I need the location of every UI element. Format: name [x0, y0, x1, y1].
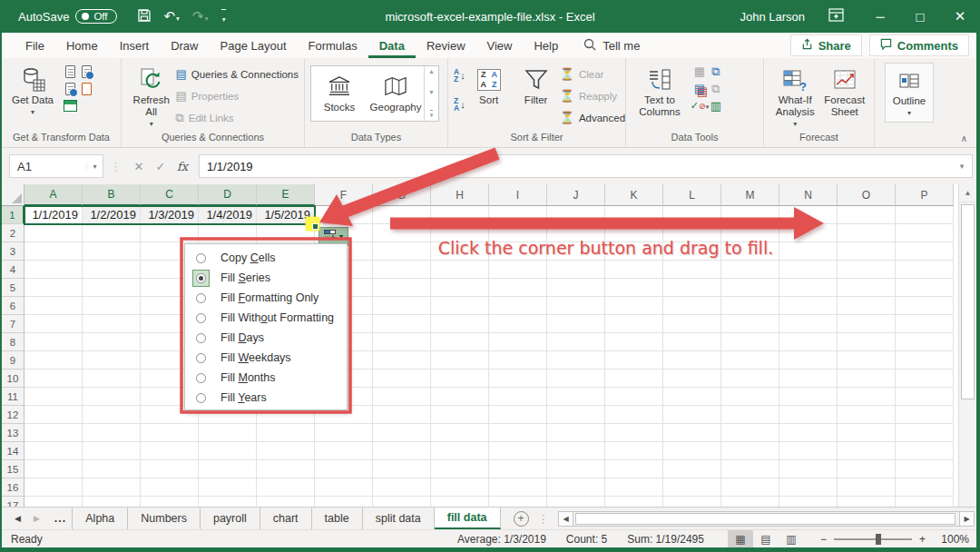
- cell-B12[interactable]: [83, 406, 141, 424]
- cell-A14[interactable]: [24, 442, 83, 460]
- cell-B4[interactable]: [83, 261, 141, 279]
- select-all-corner[interactable]: [2, 184, 24, 206]
- menu-tab-data[interactable]: Data: [368, 33, 416, 58]
- cell-G9[interactable]: [373, 351, 431, 370]
- row-header-17[interactable]: 17: [2, 497, 24, 507]
- cell-J17[interactable]: [547, 497, 605, 507]
- cell-G16[interactable]: [373, 478, 431, 497]
- cell-B13[interactable]: [83, 424, 141, 442]
- cell-K17[interactable]: [605, 497, 663, 507]
- cell-L12[interactable]: [663, 406, 721, 424]
- zoom-level[interactable]: 100%: [935, 533, 969, 546]
- cell-J11[interactable]: [547, 388, 605, 406]
- from-text-csv-icon[interactable]: [65, 65, 75, 78]
- cell-K15[interactable]: [605, 460, 663, 478]
- cell-P5[interactable]: [896, 279, 954, 297]
- menu-tab-view[interactable]: View: [476, 33, 524, 58]
- cell-P14[interactable]: [896, 442, 954, 460]
- properties-button[interactable]: ▤ Properties: [175, 86, 299, 105]
- tell-me-search[interactable]: Tell me: [583, 38, 640, 54]
- cell-D17[interactable]: [199, 497, 257, 507]
- cell-M14[interactable]: [721, 442, 779, 460]
- cell-M3[interactable]: [721, 242, 779, 261]
- column-header-M[interactable]: M: [721, 184, 779, 206]
- cell-A8[interactable]: [24, 333, 83, 351]
- fill-menu-item-6[interactable]: Fill Months: [185, 368, 347, 388]
- cell-G3[interactable]: [373, 242, 431, 261]
- cell-P15[interactable]: [896, 460, 954, 478]
- menu-tab-home[interactable]: Home: [55, 33, 109, 58]
- cell-H13[interactable]: [431, 424, 489, 442]
- cell-M12[interactable]: [721, 406, 779, 424]
- column-header-G[interactable]: G: [373, 184, 431, 206]
- close-button[interactable]: ✕: [940, 0, 980, 33]
- cell-M9[interactable]: [721, 351, 779, 370]
- cell-J8[interactable]: [547, 333, 605, 351]
- row-header-9[interactable]: 9: [2, 351, 24, 370]
- cell-M6[interactable]: [721, 297, 779, 315]
- cell-H11[interactable]: [431, 388, 489, 406]
- fill-menu-item-0[interactable]: Copy Cells: [185, 248, 347, 268]
- cell-L6[interactable]: [663, 297, 721, 315]
- cell-M17[interactable]: [721, 497, 779, 507]
- cell-G4[interactable]: [373, 261, 431, 279]
- cell-A5[interactable]: [24, 279, 83, 297]
- cell-C13[interactable]: [141, 424, 199, 442]
- cell-K9[interactable]: [605, 351, 663, 370]
- cell-J2[interactable]: [547, 224, 605, 242]
- cell-E16[interactable]: [257, 478, 315, 497]
- cell-P8[interactable]: [896, 333, 954, 351]
- cell-M8[interactable]: [721, 333, 779, 351]
- row-header-5[interactable]: 5: [2, 279, 24, 297]
- cell-N1[interactable]: [779, 206, 838, 224]
- cell-M10[interactable]: [721, 370, 779, 388]
- scroll-sheets-right-icon[interactable]: ▶: [34, 514, 40, 523]
- flash-fill-icon[interactable]: ▦: [694, 65, 705, 77]
- cell-A16[interactable]: [24, 478, 83, 497]
- cell-D16[interactable]: [199, 478, 257, 497]
- get-data-button[interactable]: Get Data ▾: [7, 63, 58, 118]
- fill-menu-item-5[interactable]: Fill Weekdays: [185, 348, 347, 368]
- new-sheet-button[interactable]: +: [514, 511, 529, 527]
- cell-E13[interactable]: [257, 424, 315, 442]
- horizontal-scrollbar[interactable]: ◀ ▶: [558, 510, 975, 527]
- cell-I17[interactable]: [489, 497, 547, 507]
- cell-J10[interactable]: [547, 370, 605, 388]
- cell-B5[interactable]: [83, 279, 141, 297]
- edit-links-button[interactable]: ⧉ Edit Links: [175, 108, 299, 127]
- row-header-7[interactable]: 7: [2, 315, 24, 333]
- cell-B2[interactable]: [83, 224, 141, 242]
- cell-C17[interactable]: [141, 497, 199, 507]
- menu-tab-insert[interactable]: Insert: [109, 33, 161, 58]
- cell-C15[interactable]: [141, 460, 199, 478]
- cell-L15[interactable]: [663, 460, 721, 478]
- cell-N7[interactable]: [779, 315, 838, 333]
- cell-H16[interactable]: [431, 478, 489, 497]
- cell-H9[interactable]: [431, 351, 489, 370]
- cell-B15[interactable]: [83, 460, 141, 478]
- cell-N5[interactable]: [779, 279, 838, 297]
- cell-O7[interactable]: [838, 315, 896, 333]
- cell-J6[interactable]: [547, 297, 605, 315]
- cell-A12[interactable]: [24, 406, 83, 424]
- vertical-scroll-thumb[interactable]: [961, 204, 975, 399]
- zoom-in-button[interactable]: +: [919, 533, 926, 546]
- sheet-tab-split-data[interactable]: split data: [363, 508, 435, 529]
- cell-K12[interactable]: [605, 406, 663, 424]
- fill-menu-item-1[interactable]: Fill Series: [185, 268, 347, 288]
- cell-B8[interactable]: [83, 333, 141, 351]
- cell-I12[interactable]: [489, 406, 547, 424]
- cell-O2[interactable]: [838, 224, 896, 242]
- cell-A3[interactable]: [24, 242, 83, 261]
- insert-function-icon[interactable]: fx: [172, 160, 193, 173]
- cell-D1[interactable]: 1/4/2019: [199, 206, 257, 224]
- cell-P11[interactable]: [896, 388, 954, 406]
- cell-K4[interactable]: [605, 261, 663, 279]
- cell-C16[interactable]: [141, 478, 199, 497]
- fill-menu-item-2[interactable]: Fill Formatting Only: [185, 288, 347, 308]
- cell-N16[interactable]: [779, 478, 838, 497]
- cell-I11[interactable]: [489, 388, 547, 406]
- cell-J5[interactable]: [547, 279, 605, 297]
- menu-tab-formulas[interactable]: Formulas: [298, 33, 368, 58]
- menu-tab-help[interactable]: Help: [523, 33, 569, 58]
